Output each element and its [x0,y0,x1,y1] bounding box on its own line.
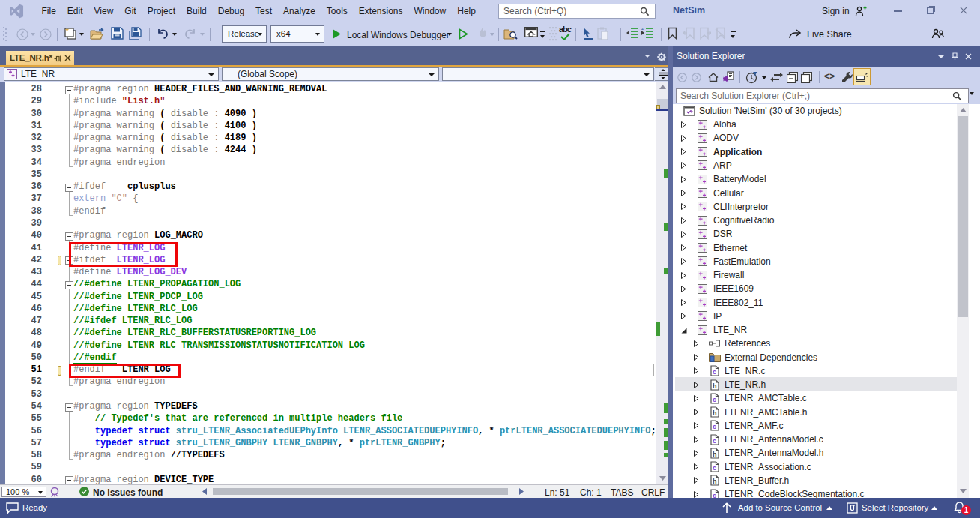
svg-text:c: c [713,491,716,498]
svg-text:c: c [713,436,716,444]
svg-text:c: c [713,395,716,403]
svg-text:c: c [713,368,716,376]
svg-text:h: h [713,478,717,485]
svg-text:2: 2 [641,28,644,31]
svg-text:h: h [713,382,717,389]
svg-text:c: c [713,464,716,472]
svg-text:c: c [713,423,716,430]
svg-text:h: h [713,409,717,417]
svg-text:h: h [713,450,717,457]
